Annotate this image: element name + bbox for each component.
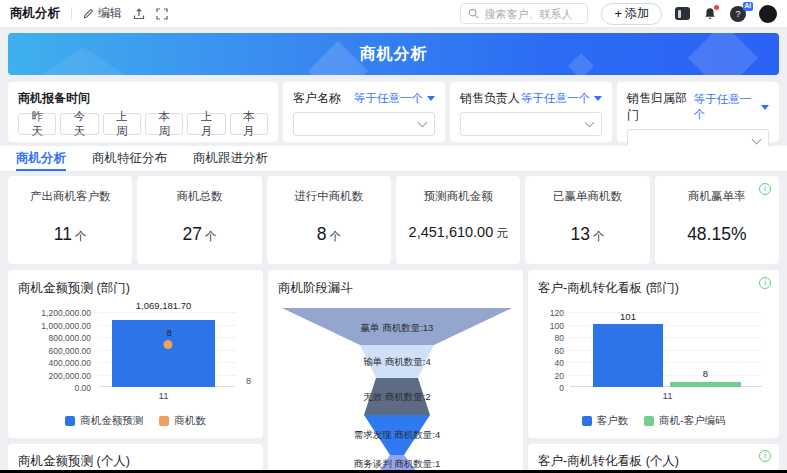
global-search[interactable] (460, 3, 588, 24)
filter-label: 客户名称 (293, 90, 341, 107)
chart-title: 商机阶段漏斗 (278, 280, 353, 297)
funnel-label: 需求发现 商机数量:4 (354, 429, 441, 440)
funnel-label: 赢单 商机数量:13 (361, 322, 434, 333)
avatar[interactable] (759, 5, 777, 23)
y-axis-tick: 200,000.00 (21, 371, 91, 381)
kpi-label: 产出商机客户数 (8, 189, 132, 204)
legend-item-customers[interactable]: 客户数 (582, 414, 629, 428)
bar-amount-forecast[interactable] (112, 320, 215, 387)
time-button-this-month[interactable]: 本月 (230, 113, 268, 135)
operator-label: 等于任意一个 (354, 91, 423, 106)
kpi-label: 预测商机金额 (396, 189, 520, 204)
plot-area: 1,069,181.70 8 11 (100, 312, 235, 387)
kpi-row: 产出商机客户数 11个 商机总数 27个 进行中商机数 8个 预测商机金额 2,… (8, 176, 779, 264)
chart-title: 客户-商机转化看板 (个人) (538, 453, 679, 470)
x-axis-tick: 11 (616, 390, 719, 401)
operator-link[interactable]: 等于任意一个 (521, 91, 602, 106)
search-icon (468, 8, 479, 19)
bar-customer-count[interactable] (593, 324, 663, 387)
time-button-last-week[interactable]: 上周 (103, 113, 141, 135)
bar-opportunity-customer-code[interactable] (670, 382, 741, 387)
sidebar-toggle-icon[interactable] (675, 7, 690, 20)
kpi-win-rate: 商机赢单率 48.15% i (655, 176, 779, 264)
y-axis-tick: 40 (538, 358, 564, 368)
info-icon[interactable]: i (759, 450, 771, 462)
legend-swatch (582, 416, 592, 426)
topbar-left: 商机分析 编辑 (10, 5, 168, 22)
chart-legend: 客户数 商机-客户编码 (528, 414, 779, 428)
chart-card-stage-funnel: 商机阶段漏斗 赢单 商机数量:13 输单 商机数量:4 无效 商机数量:2 需求… (268, 270, 523, 473)
caret-down-icon (427, 96, 435, 101)
chevron-down-icon (585, 117, 595, 127)
time-quick-buttons: 昨天 今天 上周 本周 上月 本月 (18, 113, 268, 135)
chart-card-conversion-personal: 客户-商机转化看板 (个人) i (528, 444, 779, 470)
tab-bar: 商机分析 商机特征分布 商机跟进分析 (0, 146, 787, 172)
legend-label: 商机数 (174, 414, 206, 428)
chevron-down-icon (752, 134, 762, 144)
kpi-value: 27 (183, 224, 202, 245)
plot-area: 101 8 11 (570, 312, 762, 387)
kpi-value: 2,451,610.00 (409, 224, 494, 240)
tab-followup-analysis[interactable]: 商机跟进分析 (193, 146, 268, 171)
tab-feature-distribution[interactable]: 商机特征分布 (92, 146, 167, 171)
customer-name-select[interactable] (293, 112, 435, 136)
add-button[interactable]: + 添加 (601, 3, 662, 25)
plus-icon: + (614, 7, 622, 20)
sales-owner-select[interactable] (460, 112, 602, 136)
time-button-yesterday[interactable]: 昨天 (18, 113, 56, 135)
banner-title: 商机分析 (360, 44, 428, 65)
bar-value-label: 1,069,181.70 (112, 300, 215, 311)
time-button-this-week[interactable]: 本周 (145, 113, 183, 135)
time-button-today[interactable]: 今天 (60, 113, 98, 135)
export-icon[interactable] (133, 8, 145, 20)
scatter-value-label: 8 (167, 328, 172, 338)
operator-link[interactable]: 等于任意一个 (354, 91, 435, 106)
legend-swatch (159, 416, 169, 426)
filter-label: 销售负责人 (460, 90, 520, 107)
kpi-unit: 个 (205, 229, 217, 244)
info-icon[interactable]: i (759, 277, 771, 289)
kpi-output-customers: 产出商机客户数 11个 (8, 176, 132, 264)
legend-swatch (65, 416, 75, 426)
funnel-chart: 赢单 商机数量:13 输单 商机数量:4 无效 商机数量:2 需求发现 商机数量… (268, 302, 523, 473)
legend-swatch (644, 416, 654, 426)
right-axis-tick: 8 (246, 376, 251, 386)
operator-link[interactable]: 等于任意一个 (694, 92, 769, 122)
chart-title: 客户-商机转化看板 (部门) (538, 280, 679, 297)
info-icon[interactable]: i (759, 183, 771, 195)
chart-legend: 商机金额预测 商机数 (8, 414, 263, 428)
add-label: 添加 (625, 5, 649, 22)
filter-sales-department: 销售归属部门 等于任意一个 (617, 82, 779, 142)
y-axis-tick: 800,000.00 (21, 333, 91, 343)
scatter-point-opportunity-count[interactable] (163, 340, 172, 349)
bar-value-label: 8 (670, 368, 741, 379)
edit-button[interactable]: 编辑 (83, 5, 122, 22)
chart-card-conversion-dept: 客户-商机转化看板 (部门) i 120 100 80 60 40 20 0 1… (528, 270, 779, 438)
notifications-button[interactable] (703, 7, 717, 21)
time-button-last-month[interactable]: 上月 (187, 113, 225, 135)
kpi-unit: 元 (496, 226, 508, 241)
kpi-won-count: 已赢单商机数 13个 (525, 176, 649, 264)
tab-opportunity-analysis[interactable]: 商机分析 (16, 146, 66, 171)
banner-decoration (688, 33, 758, 75)
y-axis-tick: 120 (538, 308, 564, 318)
legend-item-opportunity-code[interactable]: 商机-客户编码 (644, 414, 726, 428)
filter-customer-name: 客户名称 等于任意一个 (283, 82, 445, 142)
pencil-icon (83, 8, 94, 19)
kpi-unit: 个 (329, 229, 341, 244)
kpi-value: 8 (317, 224, 327, 245)
kpi-label: 已赢单商机数 (525, 189, 649, 204)
top-bar: 商机分析 编辑 + 添 (0, 0, 787, 28)
edit-label: 编辑 (98, 5, 122, 22)
search-input[interactable] (484, 8, 580, 20)
kpi-label: 商机总数 (137, 189, 261, 204)
y-axis-tick: 400,000.00 (21, 358, 91, 368)
fullscreen-icon[interactable] (156, 8, 168, 20)
banner: 商机分析 (8, 33, 779, 75)
legend-item-count[interactable]: 商机数 (159, 414, 206, 428)
funnel-label: 输单 商机数量:4 (363, 356, 431, 367)
help-button[interactable]: ? AI (730, 6, 746, 22)
chart-card-amount-forecast-personal: 商机金额预测 (个人) (8, 444, 263, 470)
legend-item-amount[interactable]: 商机金额预测 (65, 414, 143, 428)
y-axis-tick: 1,200,000.00 (21, 308, 91, 318)
